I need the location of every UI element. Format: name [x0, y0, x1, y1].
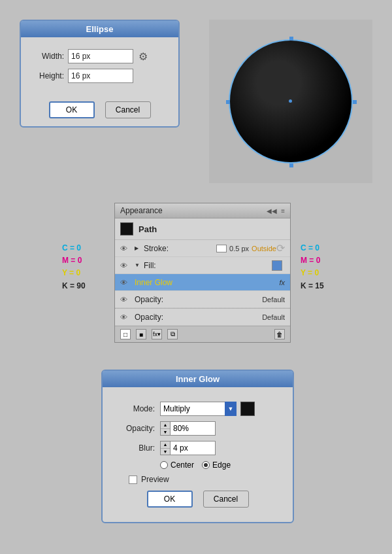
stroke-swatch[interactable]: [216, 245, 227, 252]
cmyk-right-m: M = 0: [301, 254, 324, 267]
path-header-row: Path: [115, 218, 290, 240]
ellipse-ok-button[interactable]: OK: [49, 101, 95, 118]
center-point: [289, 99, 292, 103]
cmyk-left-c: C = 0: [62, 242, 86, 254]
height-row: Height:: [31, 69, 168, 83]
blur-spinner: ▲ ▼: [160, 441, 216, 455]
ellipse-dialog-buttons: OK Cancel: [21, 101, 178, 118]
opacity-input[interactable]: [170, 421, 216, 436]
fill-expand-icon[interactable]: ▼: [135, 262, 141, 268]
edge-radio-item[interactable]: Edge: [202, 460, 231, 470]
height-label: Height:: [31, 71, 64, 80]
ellipse-cancel-button[interactable]: Cancel: [105, 101, 151, 118]
opacity1-value: Default: [262, 296, 285, 303]
panel-footer: □ ■ fx▾ ⧉ 🗑: [115, 326, 290, 342]
center-label: Center: [171, 460, 194, 470]
cmyk-left-y: Y = 0: [62, 267, 86, 279]
inner-glow-label: Inner Glow: [135, 278, 172, 287]
blur-up-arrow[interactable]: ▲: [161, 441, 170, 449]
opacity2-eye-icon[interactable]: 👁: [120, 313, 131, 321]
add-shape-icon[interactable]: □: [120, 329, 131, 339]
stroke-label: Stroke:: [144, 244, 214, 253]
edge-label: Edge: [212, 460, 231, 470]
stroke-outside: Outside: [252, 245, 276, 252]
center-radio-item[interactable]: Center: [160, 460, 194, 470]
stroke-expand-icon[interactable]: ▶: [135, 245, 141, 251]
center-edge-row: Center Edge: [160, 460, 280, 470]
path-label: Path: [139, 224, 157, 234]
fx-label: fx: [279, 279, 285, 286]
ellipse-dialog-title: Ellipse: [86, 24, 114, 34]
edge-radio[interactable]: [202, 461, 210, 469]
fill-row: 👁 ▼ Fill:: [115, 257, 290, 274]
panel-titlebar: Appearance ◀◀ ≡: [115, 203, 290, 218]
preview-label: Preview: [141, 475, 169, 484]
cmyk-right-y: Y = 0: [301, 267, 324, 279]
inner-glow-ok-button[interactable]: OK: [147, 491, 193, 508]
blur-down-arrow[interactable]: ▼: [161, 449, 170, 455]
inner-glow-cancel-button[interactable]: Cancel: [203, 491, 249, 508]
stroke-row: 👁 ▶ Stroke: 0.5 px Outside ⟳: [115, 240, 290, 257]
handle-right: [353, 100, 357, 104]
handle-left: [226, 100, 230, 104]
height-input[interactable]: [68, 69, 133, 83]
fill-eye-icon[interactable]: 👁: [120, 262, 131, 269]
cmyk-right-labels: C = 0 M = 0 Y = 0 K = 15: [301, 242, 324, 292]
blur-label: Blur:: [116, 443, 155, 453]
opacity-label: Opacity:: [116, 424, 155, 433]
duplicate-icon[interactable]: ⧉: [167, 329, 178, 339]
opacity2-row: 👁 Opacity: Default: [115, 309, 290, 326]
width-label: Width:: [31, 52, 64, 61]
blur-spinner-arrows: ▲ ▼: [160, 441, 171, 455]
opacity2-value: Default: [262, 313, 285, 321]
delete-icon[interactable]: 🗑: [274, 329, 285, 339]
appearance-panel: Appearance ◀◀ ≡ Path 👁 ▶ Stroke: 0.5 px …: [114, 203, 291, 343]
link-proportions-icon[interactable]: ⚙: [139, 50, 148, 63]
stroke-link-icon[interactable]: ⟳: [276, 242, 285, 254]
cmyk-right-k: K = 15: [301, 280, 324, 292]
mode-row: Mode: Multiply ▼: [116, 402, 280, 416]
circle-preview: [209, 20, 372, 183]
panel-controls: ◀◀ ≡: [267, 207, 285, 215]
panel-title: Appearance: [120, 206, 163, 215]
opacity-spinner-arrows: ▲ ▼: [160, 421, 171, 436]
glow-color-swatch[interactable]: [240, 402, 255, 416]
opacity-down-arrow[interactable]: ▼: [161, 429, 170, 436]
cmyk-left-labels: C = 0 M = 0 Y = 0 K = 90: [62, 242, 86, 292]
cmyk-right-c: C = 0: [301, 242, 324, 254]
mode-label: Mode:: [116, 404, 155, 413]
cmyk-left-k: K = 90: [62, 280, 86, 292]
fill-label: Fill:: [144, 261, 269, 270]
mode-dropdown-arrow[interactable]: ▼: [225, 402, 237, 416]
inner-glow-titlebar: Inner Glow: [103, 371, 293, 387]
inner-glow-title: Inner Glow: [176, 374, 220, 384]
handle-bottom: [289, 164, 293, 167]
opacity1-row: 👁 Opacity: Default: [115, 291, 290, 308]
stroke-eye-icon[interactable]: 👁: [120, 245, 131, 252]
panel-menu-icon[interactable]: ≡: [281, 207, 285, 215]
opacity-up-arrow[interactable]: ▲: [161, 422, 170, 429]
cmyk-left-m: M = 0: [62, 254, 86, 267]
width-input[interactable]: [68, 49, 133, 63]
inner-glow-dialog: Inner Glow Mode: Multiply ▼ Opacity: ▲ ▼: [101, 370, 294, 523]
inner-glow-eye-icon[interactable]: 👁: [120, 279, 131, 286]
mode-select-container: Multiply ▼: [160, 402, 237, 416]
fill-swatch[interactable]: [272, 260, 282, 271]
circle-canvas: [225, 36, 356, 167]
panel-collapse-icon[interactable]: ◀◀: [267, 207, 277, 215]
opacity2-label: Opacity:: [135, 313, 262, 322]
inner-glow-row[interactable]: 👁 Inner Glow fx: [115, 274, 290, 291]
path-swatch: [120, 222, 133, 235]
mode-select[interactable]: Multiply: [160, 402, 225, 416]
stroke-value: 0.5 px: [229, 245, 249, 252]
preview-row: Preview: [129, 475, 280, 484]
opacity1-label: Opacity:: [135, 295, 262, 304]
inner-glow-body: Mode: Multiply ▼ Opacity: ▲ ▼ Blur:: [103, 394, 293, 513]
center-radio[interactable]: [160, 461, 168, 469]
opacity-spinner: ▲ ▼: [160, 421, 216, 436]
preview-checkbox[interactable]: [129, 476, 137, 484]
blur-input[interactable]: [170, 441, 216, 455]
opacity1-eye-icon[interactable]: 👁: [120, 296, 131, 303]
fill-icon[interactable]: ■: [136, 329, 146, 339]
fx-button[interactable]: fx▾: [152, 329, 162, 339]
